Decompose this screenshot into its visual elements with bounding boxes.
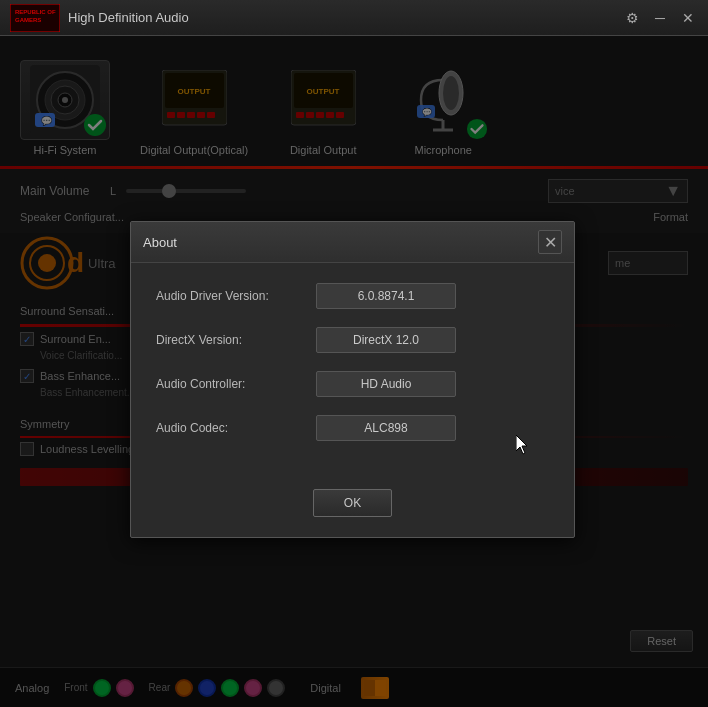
dialog-body: Audio Driver Version: 6.0.8874.1 DirectX… — [131, 263, 574, 479]
svg-text:GAMERS: GAMERS — [15, 17, 41, 23]
rog-logo: REPUBLIC OF GAMERS — [10, 4, 60, 32]
dialog-titlebar: About ✕ — [131, 222, 574, 263]
directx-version-label: DirectX Version: — [156, 333, 316, 347]
audio-controller-label: Audio Controller: — [156, 377, 316, 391]
driver-version-row: Audio Driver Version: 6.0.8874.1 — [156, 283, 549, 309]
audio-codec-value: ALC898 — [316, 415, 456, 441]
title-bar: REPUBLIC OF GAMERS High Definition Audio… — [0, 0, 708, 36]
dialog-title: About — [143, 235, 177, 250]
svg-text:REPUBLIC OF: REPUBLIC OF — [15, 9, 56, 15]
directx-version-value: DirectX 12.0 — [316, 327, 456, 353]
about-dialog: About ✕ Audio Driver Version: 6.0.8874.1… — [130, 221, 575, 538]
main-content: 💬 Hi-Fi System OUTPUT — [0, 36, 708, 707]
ok-button[interactable]: OK — [313, 489, 392, 517]
directx-version-row: DirectX Version: DirectX 12.0 — [156, 327, 549, 353]
dialog-footer: OK — [131, 479, 574, 537]
dialog-close-button[interactable]: ✕ — [538, 230, 562, 254]
driver-version-value: 6.0.8874.1 — [316, 283, 456, 309]
close-button[interactable]: ✕ — [678, 8, 698, 28]
driver-version-label: Audio Driver Version: — [156, 289, 316, 303]
window-controls: ⚙ ─ ✕ — [622, 8, 698, 28]
window-title: High Definition Audio — [68, 10, 622, 25]
audio-codec-row: Audio Codec: ALC898 — [156, 415, 549, 441]
audio-controller-row: Audio Controller: HD Audio — [156, 371, 549, 397]
audio-controller-value: HD Audio — [316, 371, 456, 397]
minimize-button[interactable]: ─ — [650, 8, 670, 28]
audio-codec-label: Audio Codec: — [156, 421, 316, 435]
settings-button[interactable]: ⚙ — [622, 8, 642, 28]
